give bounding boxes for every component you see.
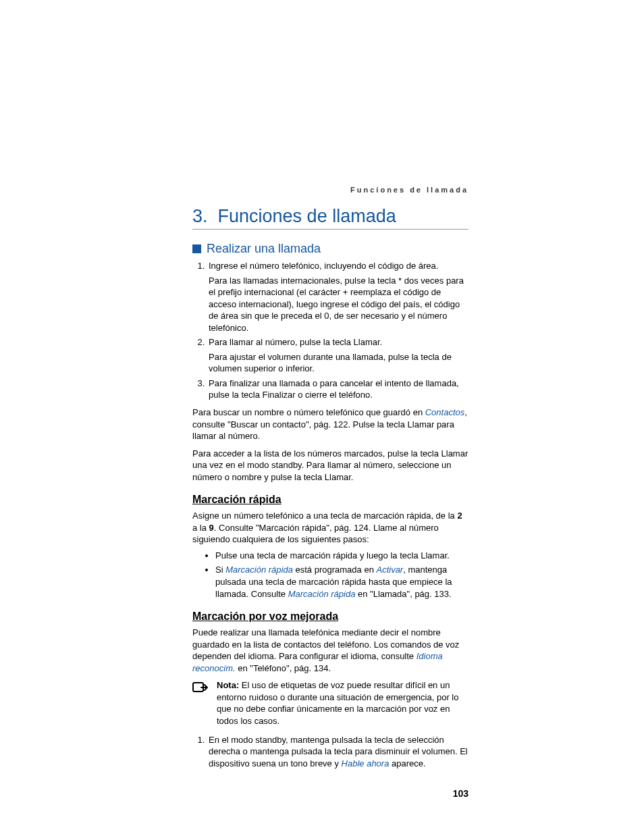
note-icon [192,679,209,727]
body-paragraph: Para acceder a la lista de los números m… [192,448,468,484]
text-run: Si [215,565,225,575]
link-contactos[interactable]: Contactos [425,407,465,417]
note-label: Nota: [217,680,239,690]
text-run: a la [192,523,209,533]
step-text: Para llamar al número, pulse la tecla Ll… [209,337,382,347]
body-paragraph: Asigne un número telefónico a una tecla … [192,510,468,546]
step-text: Para finalizar una llamada o para cancel… [209,378,459,400]
step-subtext: Para ajustar el volumen durante una llam… [209,351,468,375]
link-marcacion-rapida[interactable]: Marcación rápida [288,589,356,599]
text-run: en "Teléfono", pág. 134. [236,663,331,673]
bullet-list: Pulse una tecla de marcación rápida y lu… [192,550,468,600]
text-run: está programada en [293,565,377,575]
body-paragraph: Para buscar un nombre o número telefónic… [192,407,468,442]
link-marcacion-rapida[interactable]: Marcación rápida [225,565,293,575]
step-subtext: Para las llamadas internacionales, pulse… [209,275,468,334]
chapter-number: 3. [192,206,208,226]
key-from: 2 [457,511,462,521]
step-item: Para finalizar una llamada o para cancel… [207,377,468,401]
chapter-name: Funciones de llamada [218,206,396,226]
text-run: En el modo standby, mantenga pulsada la … [209,735,468,768]
step-text: Ingrese el número telefónico, incluyendo… [209,261,438,271]
note-body: El uso de etiquetas de voz puede resulta… [217,680,458,726]
text-run: en "Llamada", pág. 133. [355,589,451,599]
step-item: Ingrese el número telefónico, incluyendo… [207,260,468,334]
note-block: Nota: El uso de etiquetas de voz puede r… [192,679,468,727]
subheading-marcacion-voz: Marcación por voz mejorada [192,610,468,623]
link-activar[interactable]: Activar [376,565,403,575]
subheading-marcacion-rapida: Marcación rápida [192,494,468,506]
section-title: Realizar una llamada [207,242,321,256]
steps-list: En el modo standby, mantenga pulsada la … [192,734,468,770]
chapter-title: 3. Funciones de llamada [192,206,468,230]
bullet-item: Pulse una tecla de marcación rápida y lu… [215,550,468,562]
text-run: aparece. [389,758,425,768]
text-run: . Consulte "Marcación rápida", pág. 124.… [192,523,439,545]
square-bullet-icon [192,244,201,253]
step-item: En el modo standby, mantenga pulsada la … [207,734,468,770]
steps-list: Ingrese el número telefónico, incluyendo… [192,260,468,401]
body-paragraph: Puede realizar una llamada telefónica me… [192,627,468,674]
document-page: Funciones de llamada 3. Funciones de lla… [0,0,644,834]
running-header: Funciones de llamada [192,186,468,194]
page-number: 103 [192,788,468,799]
key-to: 9 [209,523,214,533]
text-run: Para buscar un nombre o número telefónic… [192,407,425,417]
bullet-item: Si Marcación rápida está programada en A… [215,564,468,600]
note-text: Nota: El uso de etiquetas de voz puede r… [217,679,468,727]
section-heading-row: Realizar una llamada [192,242,468,256]
link-hable-ahora[interactable]: Hable ahora [342,758,390,768]
step-item: Para llamar al número, pulse la tecla Ll… [207,336,468,375]
text-run: Asigne un número telefónico a una tecla … [192,511,457,521]
